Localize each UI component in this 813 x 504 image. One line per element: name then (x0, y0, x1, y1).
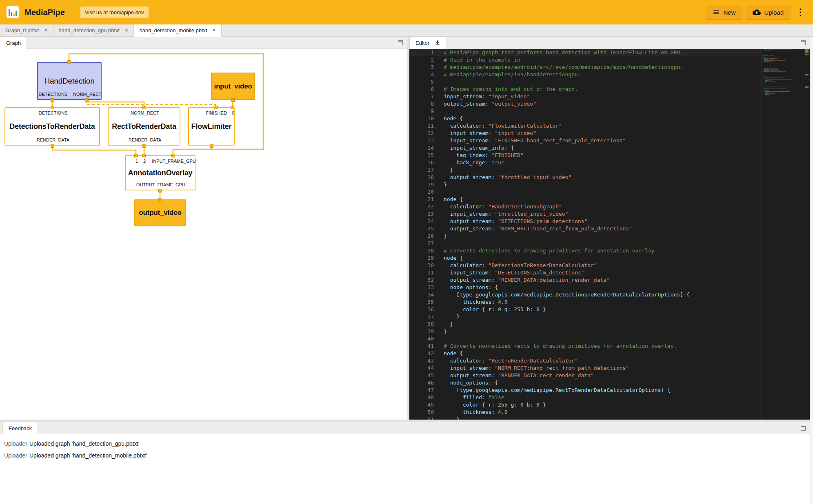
editor-line[interactable]: 51 } (762, 95, 804, 96)
graph-canvas[interactable]: HandDetectionDETECTIONSNORM_RECTinput_vi… (0, 49, 407, 420)
graph-edge-detection_render_data (52, 146, 136, 155)
editor-line[interactable]: 49 color { r: 255 g: 0 b: 0 } (409, 401, 810, 409)
editor-line[interactable]: 6# Images coming into and out of the gra… (409, 86, 810, 93)
editor-line[interactable]: 50 thickness: 4.0 (409, 409, 810, 416)
editor-line[interactable]: 7input_stream: "input_video" (409, 93, 810, 100)
editor-line[interactable]: 46 node_options: { (409, 379, 810, 387)
editor-line[interactable]: 23 input_stream: "throttled_input_video" (409, 210, 810, 218)
editor-line[interactable]: 2# Used in the example in (409, 56, 810, 64)
maximize-graph-panel-icon[interactable] (398, 40, 403, 45)
line-number: 15 (409, 152, 434, 159)
graph-node-input_video[interactable]: input_video (211, 73, 255, 100)
graph-node-FlowLimiter[interactable]: FlowLimiterFINISHED0 (188, 107, 235, 146)
code-text: # Converts normalized rects to drawing p… (434, 343, 677, 350)
editor-line[interactable]: 48 filled: false (409, 394, 810, 401)
code-editor[interactable]: 1# MediaPipe graph that performs hand de… (409, 49, 810, 420)
line-number: 4 (409, 71, 434, 78)
port-square (85, 98, 89, 102)
kebab-menu-icon[interactable]: ⋮ (794, 8, 806, 17)
editor-line[interactable]: 44 input_stream: "NORM_RECT:hand_rect_fr… (409, 365, 810, 372)
editor-line[interactable]: 51 } (409, 416, 810, 420)
editor-line[interactable]: 3# mediapipie/examples/android/src/java/… (409, 64, 810, 71)
tab-graph[interactable]: Graph (0, 36, 27, 49)
code-text: color { r: 255 g: 0 b: 0 } (434, 401, 546, 409)
editor-line[interactable]: 33 node_options: { (409, 284, 810, 291)
editor-line[interactable]: 24 output_stream: "DETECTIONS:palm_detec… (409, 218, 810, 225)
editor-minimap[interactable]: 1# MediaPipe graph that performs hand de… (761, 49, 804, 420)
graph-node-RectToRenderData[interactable]: RectToRenderDataNORM_RECTRENDER_DATA (108, 107, 180, 146)
editor-line[interactable]: 29node { (409, 254, 810, 262)
editor-line[interactable]: 8output_stream: "output_video" (409, 100, 810, 108)
editor-line[interactable]: 26} (409, 232, 810, 240)
editor-scrollbar[interactable] (804, 49, 810, 420)
graph-node-HandDetection[interactable]: HandDetectionDETECTIONSNORM_RECT (37, 62, 102, 100)
editor-line[interactable]: 14 input_stream_info: { (409, 144, 810, 152)
editor-line[interactable]: 25 output_stream: "NORM_RECT:hand_rect_f… (409, 225, 810, 232)
maximize-editor-panel-icon[interactable] (801, 40, 806, 45)
editor-line[interactable]: 11 calculator: "FlowLimiterCalculator" (409, 122, 810, 130)
editor-line[interactable]: 27 (409, 240, 810, 247)
editor-line[interactable]: 30 calculator: "DetectionsToRenderDataCa… (409, 262, 810, 269)
line-number: 47 (409, 387, 434, 394)
editor-line[interactable]: 38 } (409, 321, 810, 328)
editor-line[interactable]: 10node { (409, 115, 810, 122)
download-icon[interactable] (434, 40, 441, 46)
file-tab-hand_detection_gpu.pbtxt[interactable]: hand_detection_gpu.pbtxt✕ (53, 24, 134, 36)
graph-node-output_video[interactable]: output_video (134, 199, 186, 226)
maximize-feedback-panel-icon[interactable] (801, 426, 806, 431)
upload-button[interactable]: Upload (746, 5, 790, 19)
code-text: output_stream: "RENDER_DATA:detection_re… (434, 276, 610, 284)
visit-text: Visit us at (85, 9, 108, 15)
editor-line[interactable]: 37 } (409, 313, 810, 321)
close-tab-icon[interactable]: ✕ (124, 28, 128, 33)
editor-line[interactable]: 17 } (409, 166, 810, 174)
editor-line[interactable]: 34 [type.googleapis.com/mediapipe.Detect… (409, 291, 810, 298)
editor-line[interactable]: 21node { (409, 196, 810, 203)
mediapipe-dev-link[interactable]: mediapipe.dev (109, 9, 144, 15)
editor-line[interactable]: 12 input_stream: "input_video" (409, 130, 810, 137)
editor-line[interactable]: 1# MediaPipe graph that performs hand de… (409, 49, 810, 56)
editor-line[interactable]: 4# mediapipie/examples/ios/handdetection… (409, 71, 810, 78)
editor-line[interactable]: 47 [type.googleapis.com/mediapipe.RectTo… (409, 387, 810, 394)
tab-editor[interactable]: Editor (409, 36, 447, 49)
editor-line[interactable]: 18 output_stream: "throttled_input_video… (409, 174, 810, 181)
code-text: } (434, 232, 447, 240)
editor-line[interactable]: 45 output_stream: "RENDER_DATA:rect_rend… (409, 372, 810, 379)
editor-line[interactable]: 13 input_stream: "FINISHED:hand_rect_fro… (409, 137, 810, 144)
port-square (171, 154, 175, 157)
editor-line[interactable]: 22 calculator: "HandDetectionSubgraph" (409, 203, 810, 210)
editor-line[interactable]: 36 color { r: 0 g: 255 b: 0 } (409, 306, 810, 313)
editor-line[interactable]: 19} (409, 181, 810, 188)
editor-line[interactable]: 35 thickness: 4.0 (409, 298, 810, 306)
editor-line[interactable]: 15 tag_index: "FINISHED" (409, 152, 810, 159)
close-tab-icon[interactable]: ✕ (212, 28, 216, 33)
editor-line[interactable]: 5 (409, 78, 810, 86)
feedback-tab-label: Feedback (9, 425, 32, 431)
port-label: DETECTIONS (39, 111, 68, 115)
code-text: # Converts normalized rects to drawing p… (762, 86, 792, 86)
editor-line[interactable]: 32 output_stream: "RENDER_DATA:detection… (409, 276, 810, 284)
editor-line[interactable]: 16 back_edge: true (409, 159, 810, 166)
close-tab-icon[interactable]: ✕ (44, 28, 47, 33)
editor-line[interactable]: 28# Converts detections to drawing primi… (409, 247, 810, 254)
file-tab-Graph_0.pbtxt[interactable]: Graph_0.pbtxt✕ (0, 24, 53, 36)
tab-feedback[interactable]: Feedback (2, 422, 38, 434)
graph-node-DetectionsToRenderData[interactable]: DetectionsToRenderDataDETECTIONSRENDER_D… (4, 107, 100, 146)
editor-line[interactable]: 43 calculator: "RectToRenderDataCalculat… (409, 357, 810, 365)
port-label: OUTPUT_FRAME_GPU (136, 182, 185, 187)
graph-node-AnnotationOverlay[interactable]: AnnotationOverlay12INPUT_FRAME_GPUOUTPUT… (125, 155, 195, 190)
feedback-message: Uploaded graph 'hand_detection_gpu.pbtxt… (29, 440, 140, 447)
editor-line[interactable]: 31 input_stream: "DETECTIONS:palm_detect… (409, 269, 810, 276)
file-tab-hand_detection_mobile.pbtxt[interactable]: hand_detection_mobile.pbtxt✕ (134, 24, 221, 37)
port-square (67, 60, 71, 64)
editor-line[interactable]: 20 (409, 188, 810, 196)
editor-line[interactable]: 42node { (409, 350, 810, 357)
line-number: 39 (409, 328, 434, 335)
code-text: output_stream: "RENDER_DATA:rect_render_… (434, 372, 594, 379)
editor-line[interactable]: 41# Converts normalized rects to drawing… (409, 343, 810, 350)
editor-line[interactable]: 9 (409, 108, 810, 115)
new-button[interactable]: New (706, 5, 742, 19)
node-title: input_video (214, 82, 252, 91)
editor-line[interactable]: 40 (409, 335, 810, 343)
editor-line[interactable]: 39} (409, 328, 810, 335)
